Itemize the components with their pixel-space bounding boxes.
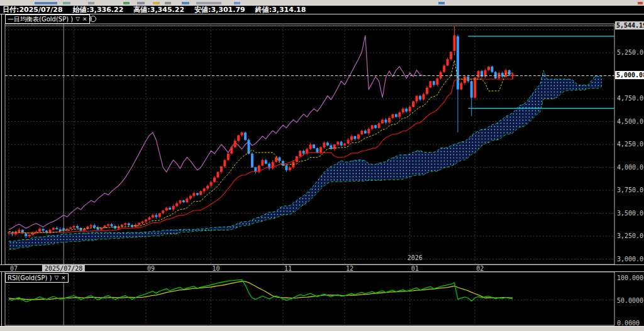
chart-plot-area[interactable]	[0, 0, 644, 331]
close-icon[interactable]: ×	[61, 274, 66, 282]
main-panel-border	[5, 24, 614, 264]
toolbar-icon-stub	[438, 2, 445, 4]
current-price-marker: 5,000.08	[615, 71, 644, 79]
time-axis-bar[interactable]	[0, 264, 644, 272]
toolbar-icon-stub	[153, 2, 160, 4]
rsi-tick-label: 0.0000	[617, 320, 640, 327]
senkou-span-b-line	[9, 86, 602, 249]
toolbar-icon-stub	[137, 2, 145, 4]
toolbar-icon-stub	[182, 2, 189, 4]
price-tick-label: 4,250.00	[617, 141, 644, 148]
toolbar-icon-stub	[88, 2, 94, 4]
window-left-edge	[1, 14, 2, 326]
price-tick-label: 4,750.00	[617, 95, 644, 102]
rsi-tick-label: 100.0000	[617, 274, 644, 281]
ichimoku-panel-title: 一目均衡表(Gold(SP) )	[8, 15, 73, 23]
rsi-panel-label[interactable]: RSI(Gold(SP) ) ▽ ×	[5, 273, 69, 283]
time-tick-label: 09	[147, 265, 155, 272]
price-tick-label: 4,000.00	[617, 164, 644, 171]
collapse-triangle-icon[interactable]: ▽	[75, 15, 80, 23]
time-tick-label: 01	[411, 265, 419, 272]
year-label: 2026	[408, 254, 423, 261]
price-tick-label: 4,500.00	[617, 118, 644, 125]
info-low: 安値:3,301.79	[194, 5, 245, 14]
selected-date-label[interactable]: 2025/07/28	[42, 265, 85, 272]
time-tick-label: 12	[346, 265, 353, 272]
toolbar-icon-stub	[234, 2, 240, 4]
rsi-line	[9, 280, 513, 302]
rsi-tick-label: 50.0000	[617, 297, 643, 304]
toolbar-icon-stub	[35, 2, 57, 4]
info-high: 高値:3,345.22	[133, 5, 184, 14]
grid-layer	[5, 24, 614, 325]
info-open: 始値:3,336.22	[73, 5, 124, 14]
price-tick-label: 3,500.00	[617, 210, 644, 217]
toolbar-icon-stub	[63, 2, 70, 4]
price-tick-label: 5,250.00	[617, 49, 644, 56]
ichimoku-cloud	[9, 70, 602, 249]
app-toolbar[interactable]	[0, 0, 644, 5]
time-tick-label: 07	[10, 265, 18, 272]
toolbar-icon-stub	[196, 2, 221, 4]
senkou-span-a-line	[9, 70, 602, 241]
rsi-panel-title: RSI(Gold(SP) )	[8, 274, 52, 282]
toolbar-icon-stub	[165, 2, 171, 4]
time-tick-label: 11	[284, 265, 292, 272]
ohlc-info-bar: 日付:2025/07/28 始値:3,336.22 高値:3,345.22 安値…	[0, 5, 644, 14]
window-bottom-strip	[0, 326, 644, 331]
time-tick-label: 10	[213, 265, 220, 272]
high-price-marker: 5,544.19	[615, 21, 644, 30]
price-tick-label: 3,750.00	[617, 187, 644, 193]
collapse-triangle-icon[interactable]: ▽	[54, 274, 58, 282]
price-tick-label: 3,250.00	[617, 232, 644, 239]
toolbar-icon-stub	[638, 2, 643, 4]
info-date: 日付:2025/07/28	[3, 5, 63, 14]
ichimoku-panel-label[interactable]: 一目均衡表(Gold(SP) ) ▽ ×	[5, 14, 90, 24]
price-tick-label: 3,000.00	[617, 256, 644, 263]
toolbar-icon-stub	[123, 2, 130, 4]
time-tick-label: 02	[476, 265, 484, 272]
info-close: 終値:3,314.18	[255, 5, 306, 14]
close-icon[interactable]: ×	[82, 15, 87, 23]
